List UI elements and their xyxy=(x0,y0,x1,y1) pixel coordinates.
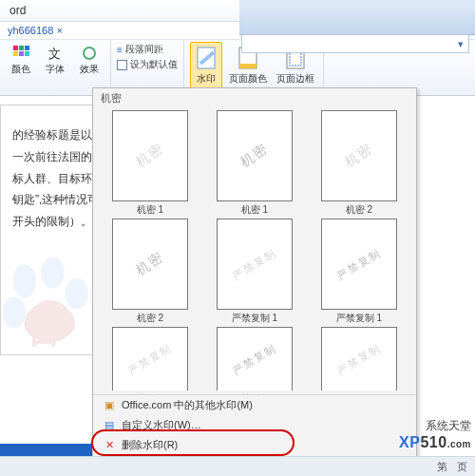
watermark-gallery: 机密 机密机密 1 机密机密 1 机密机密 2 机密机密 2 严禁复制严禁复制 … xyxy=(92,87,417,476)
watermark-option[interactable]: 严禁复制 xyxy=(310,327,408,394)
svg-text:文: 文 xyxy=(48,47,61,61)
status-text: 第 xyxy=(437,460,447,474)
watermark-option[interactable]: 严禁复制严禁复制 2 xyxy=(101,327,200,394)
svg-rect-5 xyxy=(25,51,29,56)
os-taskbar xyxy=(239,0,475,35)
svg-point-7 xyxy=(84,48,95,59)
svg-rect-1 xyxy=(19,46,24,50)
custom-watermark[interactable]: ▤ 自定义水印(W)… xyxy=(93,415,416,435)
office-icon: ▣ xyxy=(103,399,116,412)
watermark-option[interactable]: 机密机密 1 xyxy=(101,110,200,217)
more-watermarks-office[interactable]: ▣ Office.com 中的其他水印(M) xyxy=(93,395,416,415)
os-addressbar: ▾ xyxy=(241,34,469,53)
watermark-option[interactable]: 机密机密 1 xyxy=(205,110,304,217)
watermark-icon xyxy=(193,45,219,71)
custom-icon: ▤ xyxy=(103,419,116,432)
svg-point-15 xyxy=(66,278,88,310)
svg-point-14 xyxy=(41,257,64,289)
palette-icon xyxy=(12,45,29,62)
document-tab[interactable]: yh666168 × xyxy=(8,25,63,36)
chevron-down-icon[interactable]: ▾ xyxy=(453,38,468,50)
set-default-checkbox[interactable]: 设为默认值 xyxy=(117,58,178,71)
svg-point-16 xyxy=(3,297,26,329)
svg-rect-4 xyxy=(19,51,24,56)
status-bar: 第 页 xyxy=(0,456,475,476)
checkbox-icon xyxy=(117,60,127,70)
spacing-icon: ≡ xyxy=(117,45,123,55)
gallery-grid: 机密机密 1 机密机密 1 机密机密 2 机密机密 2 严禁复制严禁复制 1 严… xyxy=(93,108,416,394)
svg-rect-2 xyxy=(25,46,29,50)
gallery-header: 机密 xyxy=(93,88,416,108)
theme-colors-button[interactable]: 颜色 xyxy=(6,42,36,79)
effects-icon xyxy=(81,45,98,62)
watermark-option[interactable]: 严禁复制严禁复制 1 xyxy=(205,219,304,325)
svg-point-13 xyxy=(13,264,36,297)
watermark-option[interactable]: 机密机密 2 xyxy=(101,219,200,325)
svg-rect-0 xyxy=(13,46,18,50)
watermark-option[interactable]: 严禁复制严禁复制 1 xyxy=(310,219,408,325)
status-text: 页 xyxy=(457,460,467,474)
watermark-option[interactable]: 机密机密 2 xyxy=(310,110,408,217)
remove-watermark[interactable]: ✕ 删除水印(R) xyxy=(93,435,416,455)
font-icon: 文 xyxy=(47,45,64,62)
baidu-paw-icon: 百 xyxy=(0,252,100,364)
paragraph-spacing-button[interactable]: ≡ 段落间距 xyxy=(117,43,163,56)
svg-rect-3 xyxy=(13,51,18,56)
theme-effects-button[interactable]: 效果 xyxy=(74,42,104,79)
watermark-button[interactable]: 水印 xyxy=(190,42,222,88)
remove-icon: ✕ xyxy=(103,439,116,452)
svg-text:百: 百 xyxy=(26,310,62,350)
watermark-option[interactable]: 严禁复制严禁复制 2 xyxy=(205,327,304,394)
theme-fonts-button[interactable]: 文 字体 xyxy=(40,42,70,79)
